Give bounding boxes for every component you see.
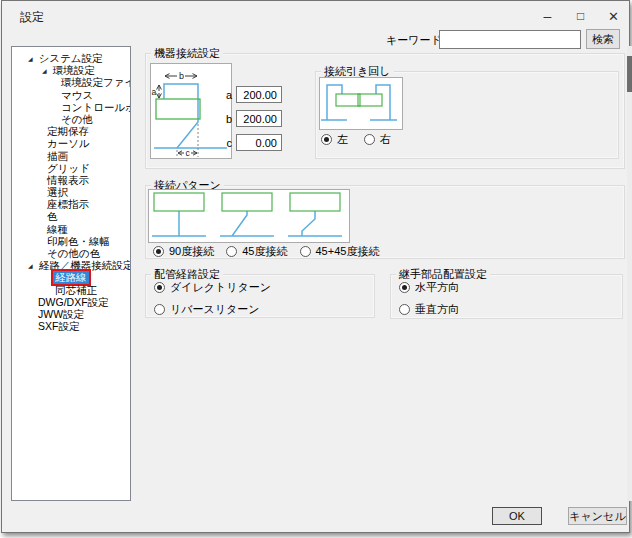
radio-selected-icon bbox=[399, 282, 410, 293]
close-button[interactable]: ✕ bbox=[597, 1, 630, 31]
minimize-button[interactable]: – bbox=[531, 1, 564, 31]
tree-item-label: コントロールポイント bbox=[59, 101, 131, 113]
tree-item-20[interactable]: DWG/DXF設定 bbox=[12, 296, 130, 308]
tree-item-label: グリッド bbox=[45, 162, 92, 174]
radio-icon bbox=[300, 246, 311, 257]
tree-item-label: マウス bbox=[59, 89, 95, 101]
tree-item-9[interactable]: グリッド bbox=[12, 162, 130, 174]
tree-item-label: 環境設定ファイル bbox=[59, 76, 131, 88]
settings-dialog: 設定 – □ ✕ キーワード検索 検索 ◢システム設定◢環境設定環境設定ファイル… bbox=[1, 0, 630, 533]
tree-item-7[interactable]: カーソル bbox=[12, 137, 130, 149]
tree-item-label: SXF設定 bbox=[36, 320, 81, 332]
tree-item-18[interactable]: 経路線 bbox=[12, 271, 130, 283]
svg-text:a: a bbox=[152, 87, 157, 97]
tree-item-5[interactable]: その他 bbox=[12, 113, 130, 125]
radio-label: 90度接続 bbox=[169, 244, 214, 259]
tree-item-0[interactable]: ◢システム設定 bbox=[12, 52, 130, 64]
routing-option-1[interactable]: 右 bbox=[364, 132, 391, 147]
tree-item-label: 定期保存 bbox=[45, 125, 91, 137]
tree-item-label: DWG/DXF設定 bbox=[36, 296, 111, 308]
tree-item-1[interactable]: ◢環境設定 bbox=[12, 64, 130, 76]
tree-item-17[interactable]: ◢経路／機器接続設定 bbox=[12, 259, 130, 271]
tree-item-label: その他の色 bbox=[45, 247, 102, 259]
content-scrollbar-track[interactable] bbox=[627, 46, 632, 501]
radio-label: 水平方向 bbox=[415, 280, 459, 295]
radio-label: 45度接続 bbox=[242, 244, 287, 259]
tree-item-10[interactable]: 情報表示 bbox=[12, 174, 130, 186]
tree-item-2[interactable]: 環境設定ファイル bbox=[12, 76, 130, 88]
field-b-label: b bbox=[218, 113, 232, 125]
radio-icon bbox=[399, 304, 410, 315]
tree-item-13[interactable]: 色 bbox=[12, 210, 130, 222]
tree-item-3[interactable]: マウス bbox=[12, 89, 130, 101]
radio-selected-icon bbox=[321, 134, 332, 145]
routing-option-0[interactable]: 左 bbox=[321, 132, 348, 147]
tree-item-label: 色 bbox=[45, 210, 60, 222]
field-a-label: a bbox=[218, 89, 232, 101]
tree-item-label: 経路線 bbox=[53, 271, 89, 283]
content-scrollbar-thumb[interactable] bbox=[627, 56, 632, 92]
ok-button[interactable]: OK bbox=[492, 507, 542, 525]
tree-item-4[interactable]: コントロールポイント bbox=[12, 101, 130, 113]
field-b-input[interactable] bbox=[236, 110, 282, 127]
close-icon: ✕ bbox=[608, 9, 619, 24]
tree-item-label: その他 bbox=[59, 113, 95, 125]
tree-item-15[interactable]: 印刷色・線幅 bbox=[12, 235, 130, 247]
pipe-route-option-1[interactable]: リバースリターン bbox=[154, 302, 271, 317]
keyword-search-input[interactable] bbox=[439, 30, 581, 49]
radio-icon bbox=[364, 134, 375, 145]
tree-item-21[interactable]: JWW設定 bbox=[12, 308, 130, 320]
pattern-diagram-panel bbox=[148, 189, 350, 243]
pipe-route-option-0[interactable]: ダイレクトリターン bbox=[154, 280, 271, 295]
tree-item-6[interactable]: 定期保存 bbox=[12, 125, 130, 137]
joint-placement-option-0[interactable]: 水平方向 bbox=[399, 280, 459, 295]
tree-item-label: 情報表示 bbox=[45, 174, 91, 186]
field-c-label: c bbox=[218, 137, 232, 149]
tree-item-label: 経路／機器接続設定 bbox=[37, 259, 131, 271]
tree-item-label: 環境設定 bbox=[51, 64, 97, 76]
routing-diagram bbox=[320, 78, 402, 129]
tree-item-12[interactable]: 座標指示 bbox=[12, 198, 130, 210]
settings-tree[interactable]: ◢システム設定◢環境設定環境設定ファイルマウスコントロールポイントその他定期保存… bbox=[11, 46, 131, 501]
radio-label: 左 bbox=[337, 132, 348, 147]
radio-icon bbox=[154, 304, 165, 315]
tree-item-label: 描画 bbox=[45, 150, 70, 162]
joint-placement-option-1[interactable]: 垂直方向 bbox=[399, 302, 459, 317]
search-button[interactable]: 検索 bbox=[586, 29, 620, 49]
radio-label: ダイレクトリターン bbox=[170, 280, 271, 295]
cancel-button[interactable]: キャンセル bbox=[568, 507, 627, 525]
field-a-input[interactable] bbox=[236, 86, 282, 103]
tree-item-16[interactable]: その他の色 bbox=[12, 247, 130, 259]
pattern-option-1[interactable]: 45度接続 bbox=[226, 244, 287, 259]
tree-item-22[interactable]: SXF設定 bbox=[12, 320, 130, 332]
window-title: 設定 bbox=[20, 9, 44, 26]
tree-item-label: 印刷色・線幅 bbox=[45, 235, 112, 247]
tree-item-19[interactable]: 同芯補正 bbox=[12, 284, 130, 296]
tree-item-label: 座標指示 bbox=[45, 198, 91, 210]
expander-icon[interactable]: ◢ bbox=[28, 53, 33, 65]
field-row-c: c bbox=[218, 134, 282, 151]
maximize-button[interactable]: □ bbox=[564, 1, 597, 31]
svg-text:b: b bbox=[179, 71, 184, 81]
expander-icon[interactable]: ◢ bbox=[28, 260, 33, 272]
tree-item-14[interactable]: 線種 bbox=[12, 223, 130, 235]
joint-placement-options: 水平方向垂直方向 bbox=[399, 280, 459, 317]
tree-item-11[interactable]: 選択 bbox=[12, 186, 130, 198]
tree-item-label: システム設定 bbox=[37, 52, 105, 64]
radio-label: リバースリターン bbox=[170, 302, 260, 317]
expander-icon[interactable]: ◢ bbox=[42, 65, 47, 77]
pattern-option-2[interactable]: 45+45度接続 bbox=[300, 244, 380, 259]
pattern-options: 90度接続45度接続45+45度接続 bbox=[153, 244, 379, 259]
routing-diagram-panel bbox=[319, 77, 403, 130]
radio-icon bbox=[226, 246, 237, 257]
tree-item-8[interactable]: 描画 bbox=[12, 150, 130, 162]
field-row-b: b bbox=[218, 110, 282, 127]
titlebar: 設定 – □ ✕ bbox=[2, 1, 629, 31]
minimize-icon: – bbox=[544, 8, 552, 24]
tree-item-label: 同芯補正 bbox=[53, 284, 99, 296]
pattern-option-0[interactable]: 90度接続 bbox=[153, 244, 214, 259]
svg-text:c: c bbox=[186, 148, 191, 158]
radio-label: 45+45度接続 bbox=[316, 244, 380, 259]
tree-item-label: 選択 bbox=[45, 186, 70, 198]
field-c-input[interactable] bbox=[236, 134, 282, 151]
